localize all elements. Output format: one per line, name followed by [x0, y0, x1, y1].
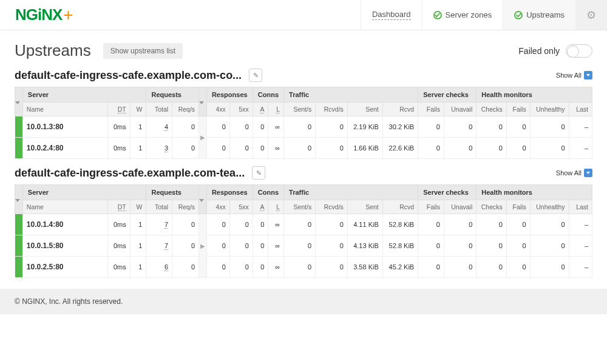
- pencil-icon: ✎: [253, 72, 259, 79]
- cell-l: ∞: [268, 257, 284, 278]
- server-name: 10.0.1.4:80: [22, 214, 107, 235]
- cell-5xx: 0: [229, 235, 253, 257]
- collapse-chevron-icon[interactable]: [15, 185, 23, 214]
- cell-hfails: 0: [506, 235, 530, 257]
- cell-a: 0: [253, 214, 268, 235]
- upstream-table: ServerRequests ResponsesConns TrafficSer…: [15, 87, 592, 159]
- status-indicator: [15, 257, 23, 278]
- cell-unavail: 0: [444, 235, 476, 257]
- nav-dashboard-label: Dashboard: [372, 10, 411, 20]
- cell-checks: 0: [476, 235, 507, 257]
- nav-upstreams-label: Upstreams: [526, 10, 565, 19]
- expand-chevron-icon[interactable]: ▶: [199, 116, 207, 159]
- cell-last: –: [569, 138, 592, 159]
- cell-hfails: 0: [506, 138, 530, 159]
- failed-only-toggle[interactable]: [566, 44, 592, 58]
- cell-sent: 3.58 KiB: [347, 257, 382, 278]
- cell-unhealthy: 0: [530, 235, 569, 257]
- cell-rcvd: 52.8 KiB: [382, 214, 418, 235]
- cell-w: 1: [130, 214, 146, 235]
- expand-header-icon[interactable]: [199, 87, 207, 116]
- cell-rcvd: 45.2 KiB: [382, 257, 418, 278]
- failed-only-label: Failed only: [518, 46, 560, 56]
- cell-sents: 0: [284, 138, 316, 159]
- check-icon: [514, 11, 523, 19]
- gear-icon: ⚙: [586, 8, 596, 22]
- cell-w: 1: [130, 116, 146, 138]
- cell-unhealthy: 0: [530, 214, 569, 235]
- cell-sents: 0: [284, 257, 316, 278]
- upstream-group-title: default-cafe-ingress-cafe.example.com-co…: [15, 69, 242, 82]
- show-upstreams-list-button[interactable]: Show upstreams list: [103, 43, 183, 59]
- cell-l: ∞: [268, 214, 284, 235]
- cell-a: 0: [253, 257, 268, 278]
- cell-l: ∞: [268, 138, 284, 159]
- cell-checks: 0: [476, 116, 507, 138]
- logo-plus-icon: +: [63, 5, 73, 25]
- edit-button[interactable]: ✎: [252, 166, 265, 180]
- cell-total: 7: [146, 214, 172, 235]
- server-row: 10.0.2.4:80 0ms 1 3 0 0 0 0 ∞ 0 0 1.66 K…: [15, 138, 592, 159]
- server-row: 10.0.1.4:80 0ms 1 7 0 ▶ 0 0 0 ∞ 0 0 4.11…: [15, 214, 592, 235]
- cell-sents: 0: [284, 235, 316, 257]
- cell-total: 6: [146, 257, 172, 278]
- cell-reqs: 0: [172, 235, 199, 257]
- cell-last: –: [569, 214, 592, 235]
- nav-dashboard[interactable]: Dashboard: [361, 0, 422, 30]
- expand-chevron-icon[interactable]: ▶: [199, 214, 207, 278]
- expand-header-icon[interactable]: [199, 185, 207, 214]
- status-indicator: [15, 214, 23, 235]
- cell-sents: 0: [284, 214, 316, 235]
- cell-unhealthy: 0: [530, 138, 569, 159]
- server-row: 10.0.1.3:80 0ms 1 4 0 ▶ 0 0 0 ∞ 0 0 2.19…: [15, 116, 592, 138]
- upstream-table: ServerRequests ResponsesConns TrafficSer…: [15, 184, 592, 278]
- cell-unavail: 0: [444, 138, 476, 159]
- server-name: 10.0.1.3:80: [22, 116, 107, 138]
- cell-last: –: [569, 116, 592, 138]
- nav-server-zones-label: Server zones: [446, 10, 492, 19]
- cell-unavail: 0: [444, 214, 476, 235]
- show-all-select[interactable]: Show All: [556, 169, 592, 177]
- cell-rcvds: 0: [316, 138, 348, 159]
- cell-total: 3: [146, 138, 172, 159]
- cell-rcvds: 0: [316, 257, 348, 278]
- footer-text: © NGINX, Inc. All rights reserved.: [0, 289, 607, 314]
- nav-upstreams[interactable]: Upstreams: [503, 0, 575, 30]
- edit-button[interactable]: ✎: [249, 69, 262, 82]
- cell-sent: 1.66 KiB: [347, 138, 382, 159]
- cell-l: ∞: [268, 235, 284, 257]
- cell-reqs: 0: [172, 257, 199, 278]
- cell-fails: 0: [418, 214, 444, 235]
- cell-fails: 0: [418, 257, 444, 278]
- cell-4xx: 0: [206, 214, 229, 235]
- cell-unhealthy: 0: [530, 257, 569, 278]
- top-header: NGiNX + Dashboard Server zones Upstreams…: [0, 0, 607, 30]
- nav-server-zones[interactable]: Server zones: [422, 0, 503, 30]
- cell-sent: 4.13 KiB: [347, 235, 382, 257]
- cell-hfails: 0: [506, 214, 530, 235]
- cell-a: 0: [253, 116, 268, 138]
- server-row: 10.0.1.5:80 0ms 1 7 0 0 0 0 ∞ 0 0 4.13 K…: [15, 235, 592, 257]
- cell-sent: 2.19 KiB: [347, 116, 382, 138]
- cell-fails: 0: [418, 235, 444, 257]
- cell-rcvds: 0: [316, 235, 348, 257]
- cell-5xx: 0: [229, 214, 253, 235]
- server-row: 10.0.2.5:80 0ms 1 6 0 0 0 0 ∞ 0 0 3.58 K…: [15, 257, 592, 278]
- dropdown-icon: [584, 169, 592, 177]
- cell-dt: 0ms: [107, 116, 130, 138]
- cell-rcvd: 22.6 KiB: [382, 138, 418, 159]
- show-all-label: Show All: [556, 72, 582, 79]
- failed-only-control: Failed only: [518, 44, 592, 58]
- pencil-icon: ✎: [256, 169, 262, 177]
- settings-button[interactable]: ⚙: [575, 0, 607, 30]
- collapse-chevron-icon[interactable]: [15, 87, 23, 116]
- upstream-group-title: default-cafe-ingress-cafe.example.com-te…: [15, 167, 245, 180]
- cell-l: ∞: [268, 116, 284, 138]
- cell-fails: 0: [418, 138, 444, 159]
- cell-w: 1: [130, 138, 146, 159]
- cell-4xx: 0: [206, 138, 229, 159]
- cell-a: 0: [253, 235, 268, 257]
- show-all-select[interactable]: Show All: [556, 71, 592, 79]
- status-indicator: [15, 235, 23, 257]
- cell-rcvds: 0: [316, 116, 348, 138]
